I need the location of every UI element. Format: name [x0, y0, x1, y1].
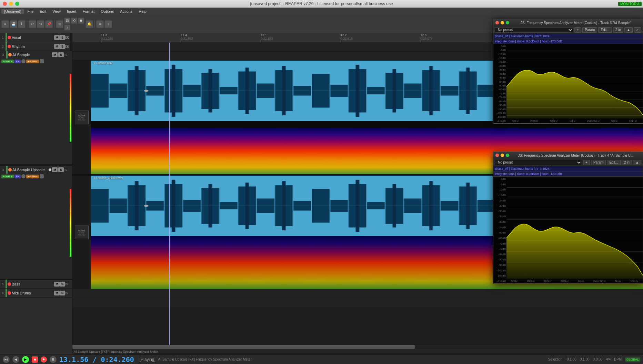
info-bar: AI Sample Upscale [FX] Frequency Spectru…	[72, 349, 643, 354]
toolbar-metronome[interactable]: 🔔	[86, 20, 93, 28]
spectrum-plus-1[interactable]: +	[574, 27, 581, 33]
track-mute-4[interactable]: M	[52, 167, 58, 172]
track-3-route-btn[interactable]: ROUTE	[1, 60, 14, 63]
track-3-sm-btn[interactable]	[40, 59, 44, 63]
menu-view[interactable]: View	[50, 9, 63, 14]
track-mute-5[interactable]: M	[54, 282, 60, 287]
toolbar-rec[interactable]: ⏺	[78, 18, 84, 24]
track-record-6[interactable]	[8, 291, 11, 295]
transport-pause[interactable]: ⏸	[50, 356, 57, 363]
menu-actions[interactable]: Actions	[117, 9, 135, 14]
track-4-io-btn[interactable]	[21, 174, 26, 178]
transport-stop[interactable]: ■	[32, 356, 38, 363]
track-4-route-btn[interactable]: ROUTE	[1, 175, 14, 178]
track-record-2[interactable]	[8, 45, 11, 48]
track-record-3[interactable]	[8, 53, 12, 56]
track-record-4[interactable]	[8, 168, 12, 171]
track-colorbar-5	[6, 280, 7, 288]
spectrum-min-1[interactable]	[501, 21, 504, 24]
plugin-logo-acme: ACME	[78, 114, 85, 117]
spectrum-preset-2[interactable]: No preset	[495, 160, 582, 165]
toolbar-new[interactable]: ≡	[1, 20, 9, 28]
spectrum-max-2[interactable]	[506, 154, 509, 157]
menu-help[interactable]: Help	[136, 9, 149, 14]
spectrum-check-1[interactable]: ✓	[634, 27, 641, 33]
track-3-fx-btn[interactable]: FX	[14, 60, 21, 63]
spectrum-toolbar-1: No preset + Param Edit... 2 in ▲ ✓	[493, 26, 643, 34]
spectrum-close-1[interactable]	[495, 21, 499, 24]
track-mute-6[interactable]: M	[54, 291, 60, 295]
menu-edit[interactable]: Edit	[37, 9, 49, 14]
spectrum-param-1[interactable]: Param	[582, 27, 597, 33]
toolbar-loop[interactable]: ⟲	[71, 18, 77, 24]
spectrum-close-2[interactable]	[495, 154, 499, 157]
toolbar-click[interactable]: ♪	[64, 24, 70, 31]
track-4-atrm-btn[interactable]: ▶ATRM	[26, 175, 39, 178]
spectrum-2in-1[interactable]: 2 in	[613, 27, 623, 33]
track-io-6: IS	[65, 291, 72, 295]
track-3-atrm-btn[interactable]: ▶ATRM	[26, 60, 39, 63]
toolbar-info[interactable]: ℹ	[18, 20, 26, 28]
track-4-sm-btn[interactable]	[40, 174, 44, 178]
track-colorbar-2	[6, 42, 7, 51]
track-solo-3[interactable]: S	[58, 52, 64, 57]
track-mute-1[interactable]: M	[54, 35, 60, 40]
spectrum-params-2a: phase_off | blackman-harris | FFT: 1024	[493, 166, 643, 171]
transport-record[interactable]: ⏺	[41, 356, 47, 363]
spectrum-plus-2[interactable]: +	[583, 160, 590, 165]
spectrum-edit-1[interactable]: Edit...	[598, 27, 612, 33]
spectrum-y-labels-1: 0dB -6dB -12dB -18dB -24dB -30dB -36dB -…	[493, 44, 506, 123]
track-solo-2[interactable]: S	[60, 44, 65, 49]
maximize-button[interactable]	[15, 2, 19, 6]
spectrum-edit-2[interactable]: Edit...	[607, 160, 621, 165]
track6-lane	[72, 298, 643, 307]
selection-start: 0.1.00	[567, 357, 576, 361]
unsaved-badge[interactable]: [Unsaved]	[1, 9, 24, 14]
menu-options[interactable]: Options	[98, 9, 117, 14]
spectrum-preset-1[interactable]: No preset	[495, 27, 573, 33]
track-mute-2[interactable]: M	[54, 44, 60, 49]
track-io-3: IS	[64, 53, 71, 56]
track-name-5: Bass	[12, 282, 54, 286]
track-3-io-btn[interactable]	[21, 59, 26, 63]
transport-to-start[interactable]: ⏮	[3, 356, 10, 363]
spectrum-title-1: JS: Frequency Spectrum Analyzer Meter (C…	[511, 21, 641, 25]
toolbar-grid[interactable]: ⊞	[56, 20, 63, 28]
track-solo-4[interactable]: S	[58, 167, 64, 172]
transport-back[interactable]: ◀	[12, 356, 19, 363]
transport-play[interactable]: ▶	[22, 356, 29, 363]
toolbar-redo[interactable]: ↪	[37, 20, 44, 28]
spectrum-max-1[interactable]	[506, 21, 509, 24]
toolbar-snap[interactable]: ⊡	[64, 18, 70, 24]
horizontal-scrollbar[interactable]	[72, 345, 643, 349]
spectrum-svg-2	[506, 177, 643, 279]
track-4-fx-btn[interactable]: FX	[14, 175, 21, 178]
track-record-5[interactable]	[8, 282, 11, 286]
toolbar-mixer[interactable]: ≋	[96, 20, 104, 28]
track-solo-5[interactable]: S	[60, 282, 65, 287]
spectrum-2in-2[interactable]: 2 in	[622, 160, 632, 165]
toolbar-sep-2	[54, 21, 54, 28]
spectrum-arr-1[interactable]: ▲	[624, 27, 633, 33]
minimize-button[interactable]	[9, 2, 13, 6]
track-mute-3[interactable]: M	[52, 52, 58, 57]
scrollbar-thumb[interactable]	[72, 345, 415, 349]
track-solo-1[interactable]: S	[60, 35, 65, 40]
spectrum-arr-2[interactable]: ▲	[633, 160, 641, 165]
menu-file[interactable]: File	[25, 9, 37, 14]
track-record-1[interactable]	[8, 36, 11, 39]
close-button[interactable]	[3, 2, 7, 6]
menu-insert[interactable]: Insert	[64, 9, 79, 14]
track-vu-2	[70, 42, 72, 51]
toolbar-cursor[interactable]: ↕	[104, 20, 112, 28]
toolbar-undo[interactable]: ↩	[29, 20, 36, 28]
toolbar-save[interactable]: 💾	[10, 20, 17, 28]
track-4-fx-row: ROUTE FX ▶ATRM	[0, 174, 72, 179]
spectrum-param-2[interactable]: Param	[591, 160, 606, 165]
menu-format[interactable]: Format	[80, 9, 97, 14]
track-solo-6[interactable]: S	[60, 291, 65, 295]
toolbar-sep-3	[94, 21, 95, 28]
time-sig: 4/4	[606, 357, 611, 361]
toolbar-pin[interactable]: 📌	[45, 20, 53, 28]
spectrum-min-2[interactable]	[501, 154, 504, 157]
